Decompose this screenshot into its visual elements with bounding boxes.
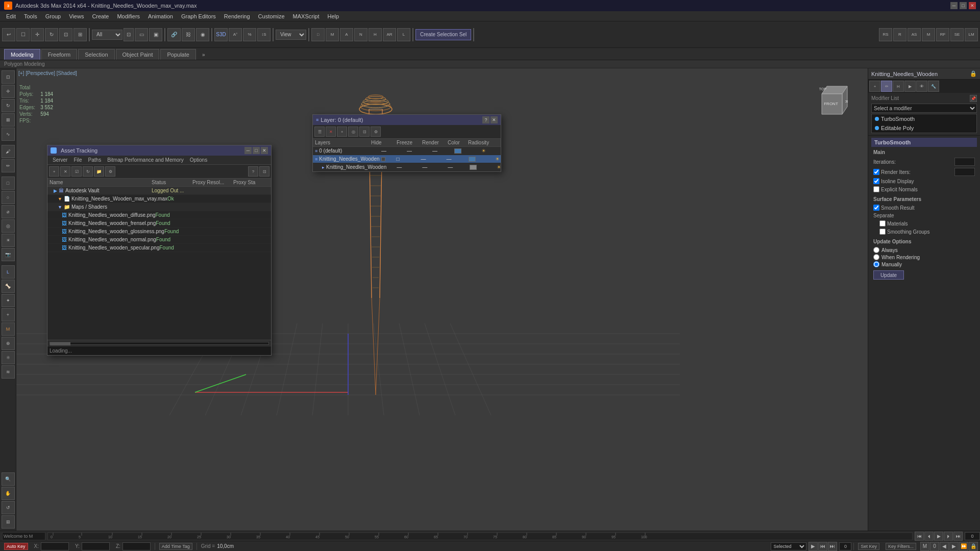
menu-customize[interactable]: Customize <box>254 12 289 20</box>
select-by-name-button[interactable]: ⊡ <box>124 28 134 41</box>
lt-modifier-btn[interactable]: M <box>2 322 15 336</box>
menu-modifiers[interactable]: Modifiers <box>113 12 144 20</box>
at-menu-server[interactable]: Server <box>50 156 70 164</box>
lt-space-warp-btn[interactable]: ≋ <box>2 365 15 379</box>
lm-row-needles-selected[interactable]: ≡ Knitting_Needles_Wooden □ — — ☀ <box>313 155 501 163</box>
rp-tab-create[interactable]: + <box>869 81 880 92</box>
lt-rotate-btn[interactable]: ↻ <box>2 99 15 112</box>
tab-freeform[interactable]: Freeform <box>41 49 78 60</box>
lt-paint-btn[interactable]: 🖌 <box>2 145 15 158</box>
at-options-btn[interactable]: ⚙ <box>105 166 115 177</box>
tab-modeling[interactable]: Modeling <box>4 49 40 60</box>
add-time-tag-btn[interactable]: Add Time Tag <box>159 543 192 550</box>
lt-camera-btn[interactable]: 📷 <box>2 248 15 261</box>
render-setup-button[interactable]: RS <box>879 28 892 41</box>
array-button[interactable]: AR <box>383 28 396 41</box>
layer-manager-titlebar[interactable]: ≡ Layer: 0 (default) ? ✕ <box>313 115 501 125</box>
lt-manip-btn[interactable]: ⊕ <box>2 337 15 350</box>
lm-create-btn[interactable]: ◎ <box>348 127 358 137</box>
at-extra-btn[interactable]: ⊡ <box>259 166 270 177</box>
at-row-maps-group[interactable]: ▼ 📁 Maps / Shaders <box>47 203 271 211</box>
at-row-maxfile[interactable]: ▼ 📄 Knitting_Needles_Wooden_max_vray.max… <box>47 195 271 203</box>
rp-tab-display[interactable]: 👁 <box>916 81 927 92</box>
menu-help[interactable]: Help <box>324 12 344 20</box>
sb-autokey-dropdown[interactable]: Selected <box>771 542 806 550</box>
tab-selection[interactable]: Selection <box>78 49 114 60</box>
at-folder-btn[interactable]: 📁 <box>94 166 104 177</box>
lm-window-controls[interactable]: ? ✕ <box>482 116 498 123</box>
more-tabs-button[interactable]: » <box>199 50 208 60</box>
select-region-button[interactable]: ▭ <box>135 28 148 41</box>
lm-default-color[interactable] <box>454 148 461 154</box>
window-crossing-button[interactable]: ▣ <box>149 28 162 41</box>
sb-play-btn[interactable]: ▶ <box>808 542 818 551</box>
auto-key-button[interactable]: Auto Key <box>4 543 28 550</box>
ts-always-radio[interactable] <box>873 247 879 253</box>
ts-smooth-result-check[interactable] <box>873 205 879 211</box>
sb-z-input[interactable] <box>122 542 151 550</box>
at-window-controls[interactable]: ─ □ ✕ <box>244 147 268 154</box>
at-help-btn[interactable]: ? <box>248 166 258 177</box>
lm-options-btn[interactable]: ⚙ <box>371 127 381 137</box>
key-filters-btn[interactable]: Key Filters... <box>886 543 916 550</box>
undo-button[interactable]: ↩ <box>2 28 15 41</box>
at-scroll-thumb[interactable] <box>50 342 70 345</box>
move-button[interactable]: ✛ <box>31 28 44 41</box>
layer-manager-button[interactable]: LM <box>965 28 978 41</box>
lt-bone-btn[interactable]: 🦴 <box>2 280 15 293</box>
at-row-normal[interactable]: 🖼 Knitting_Needles_wooden_normal.png Fou… <box>47 236 271 244</box>
ts-iterations-input[interactable]: 0 <box>954 158 975 166</box>
snap-3d-button[interactable]: S3D <box>214 28 228 41</box>
play-btn[interactable]: ▶ <box>934 532 943 541</box>
lm-minimize-btn[interactable]: ? <box>482 116 489 123</box>
render-button[interactable]: R <box>893 28 906 41</box>
unlink-button[interactable]: ⛓ <box>182 28 195 41</box>
tab-populate[interactable]: Populate <box>160 49 195 60</box>
sb-extra-btn-3[interactable]: ⏩ <box>959 542 968 551</box>
asset-tracking-titlebar[interactable]: Asset Tracking ─ □ ✕ <box>47 145 271 156</box>
menu-edit[interactable]: Edit <box>2 12 20 20</box>
lt-zoom-btn[interactable]: 🔍 <box>2 472 15 486</box>
lt-scale-btn[interactable]: ⊠ <box>2 113 15 127</box>
menu-create[interactable]: Create <box>88 12 113 20</box>
at-scrollbar[interactable] <box>47 340 271 346</box>
at-maximize-btn[interactable]: □ <box>253 147 260 154</box>
mirror-modal-button[interactable]: M <box>326 28 339 41</box>
sb-x-input[interactable] <box>41 542 69 550</box>
menu-graph-editors[interactable]: Graph Editors <box>177 12 220 20</box>
at-check-btn[interactable]: ☑ <box>71 166 82 177</box>
rp-tab-motion[interactable]: ▶ <box>904 81 916 92</box>
layer-button[interactable]: L <box>397 28 410 41</box>
lm-select-btn[interactable]: ⊡ <box>359 127 370 137</box>
ts-manually-radio[interactable] <box>873 261 879 267</box>
ts-render-iters-input[interactable]: 2 <box>954 168 975 176</box>
viewport-area[interactable]: [+] [Perspective] [Shaded] Total Polys: … <box>16 68 868 531</box>
at-row-vault[interactable]: ▶ 🏛 Autodesk Vault Logged Out ... <box>47 187 271 195</box>
spinner-snap-button[interactable]: ↕S <box>257 28 271 41</box>
material-editor-button[interactable]: M <box>922 28 935 41</box>
lt-pen-btn[interactable]: ✏ <box>2 159 15 172</box>
bind-button[interactable]: ◉ <box>196 28 209 41</box>
link-button[interactable]: 🔗 <box>167 28 181 41</box>
lt-pan-btn[interactable]: ✋ <box>2 487 15 500</box>
ts-materials-check[interactable] <box>879 220 886 227</box>
angle-snap-button[interactable]: A° <box>229 28 242 41</box>
prev-frame-btn[interactable]: ⏴ <box>924 532 934 541</box>
at-refresh-btn[interactable]: ↻ <box>83 166 93 177</box>
lt-box-btn[interactable]: □ <box>2 177 15 190</box>
scene-explorer-button[interactable]: SE <box>950 28 964 41</box>
lm-delete-btn[interactable]: ✕ <box>326 127 336 137</box>
place-highl-button[interactable]: H <box>369 28 382 41</box>
at-new-btn[interactable]: + <box>49 166 59 177</box>
rp-tab-utilities[interactable]: 🔧 <box>928 81 939 92</box>
lm-needles-child-color[interactable] <box>470 165 477 170</box>
active-shade-button[interactable]: AS <box>908 28 921 41</box>
menu-views[interactable]: Views <box>65 12 88 20</box>
at-row-specular[interactable]: 🖼 Knitting_Needles_wooden_specular.png F… <box>47 244 271 252</box>
lt-helper-btn[interactable]: + <box>2 308 15 321</box>
close-button[interactable]: ✕ <box>969 2 976 9</box>
lt-cylinder-btn[interactable]: ⌀ <box>2 205 15 218</box>
view-dropdown[interactable]: View <box>276 30 306 40</box>
create-selection-set-button[interactable]: Create Selection Sel <box>415 29 471 40</box>
select-button[interactable]: ☐ <box>16 28 30 41</box>
